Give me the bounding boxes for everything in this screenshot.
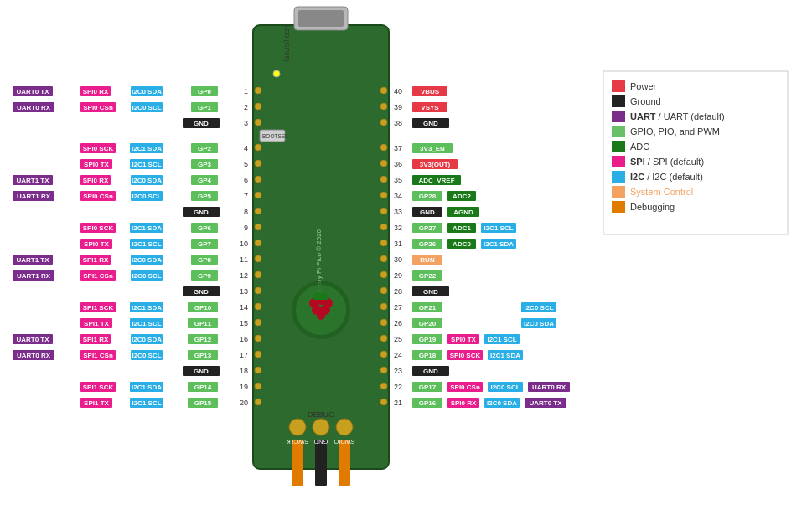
svg-text:5: 5 [244,160,248,168]
svg-text:GP15: GP15 [194,399,212,407]
svg-text:Debugging: Debugging [630,202,675,212]
svg-text:26: 26 [394,319,402,327]
svg-point-23 [255,240,261,246]
svg-point-50 [380,351,387,358]
svg-text:GP2: GP2 [198,145,212,152]
svg-text:31: 31 [394,240,402,248]
pinout-diagram: LED (GP25) BOOTSEL Raspberry Pi Pico © 2… [0,0,812,510]
svg-text:SPI1 CSn: SPI1 CSn [83,352,113,359]
svg-text:I2C1 SCL: I2C1 SCL [484,224,513,232]
svg-text:SPI0 TX: SPI0 TX [84,161,109,168]
svg-text:I2C0 SDA: I2C0 SDA [132,256,162,264]
svg-text:2: 2 [244,103,248,111]
pin-row-38: 38 GND [394,118,449,128]
svg-text:UART0 RX: UART0 RX [532,384,566,391]
svg-point-34 [380,87,387,94]
svg-point-20 [255,192,261,198]
svg-text:I2C1 SDA: I2C1 SDA [132,304,162,312]
svg-text:I2C / I2C (default): I2C / I2C (default) [630,172,703,182]
svg-text:4: 4 [244,144,248,152]
svg-text:18: 18 [240,367,248,375]
svg-text:GND: GND [420,209,435,216]
svg-text:GP6: GP6 [198,224,212,232]
svg-text:AGND: AGND [453,209,473,216]
svg-text:I2C0 SDA: I2C0 SDA [132,177,162,184]
svg-point-46 [380,287,387,294]
svg-text:GP7: GP7 [198,240,212,248]
pin-row-29: 29 GP22 [394,270,442,281]
svg-text:3: 3 [244,119,248,127]
svg-point-42 [380,224,387,230]
swclk-label: SWCLK [287,438,309,446]
svg-text:UART1 TX: UART1 TX [16,256,49,264]
svg-text:20: 20 [240,399,248,407]
svg-text:GP22: GP22 [419,272,437,280]
svg-text:GND: GND [423,368,438,375]
svg-point-28 [255,319,261,326]
svg-text:40: 40 [394,87,402,95]
svg-point-26 [255,287,261,294]
svg-rect-303 [612,141,625,152]
svg-text:GP17: GP17 [419,384,437,391]
pin-row-24: 24 GP18 SPI0 SCK I2C1 SDA [394,350,523,360]
svg-text:System Control: System Control [630,187,693,197]
legend-ground: Ground [630,96,661,106]
pin-row-30: 30 RUN [394,255,442,265]
svg-point-21 [255,208,261,214]
svg-text:I2C1 SCL: I2C1 SCL [132,399,161,407]
svg-rect-58 [315,440,327,486]
svg-text:GP1: GP1 [198,104,212,111]
svg-text:GP10: GP10 [194,304,212,312]
svg-text:RUN: RUN [420,256,435,264]
svg-text:GP5: GP5 [198,193,212,200]
svg-text:SPI1 CSn: SPI1 CSn [83,272,113,280]
svg-text:19: 19 [240,383,248,391]
svg-text:GP26: GP26 [419,240,437,248]
pin-row-28: 28 GND [394,286,449,296]
svg-text:I2C0 SDA: I2C0 SDA [132,336,162,343]
svg-point-4 [273,70,280,77]
svg-text:SPI / SPI (default): SPI / SPI (default) [630,157,704,167]
svg-text:GP3: GP3 [198,161,212,168]
svg-text:ADC1: ADC1 [453,224,471,232]
svg-text:SPI0 SCK: SPI0 SCK [83,145,114,152]
svg-text:I2C1 SDA: I2C1 SDA [484,240,514,248]
pin-row-22: 22 GP17 SPI0 CSn I2C0 SCL UART0 RX [394,382,570,392]
svg-text:I2C0 SCL: I2C0 SCL [524,304,553,312]
svg-text:GP27: GP27 [419,224,437,232]
svg-text:16: 16 [240,335,248,343]
svg-text:15: 15 [240,319,248,327]
svg-text:GND: GND [423,288,438,296]
svg-text:33: 33 [394,208,402,216]
svg-text:21: 21 [394,399,402,407]
main-container: LED (GP25) BOOTSEL Raspberry Pi Pico © 2… [0,0,812,510]
svg-text:UART0 TX: UART0 TX [16,88,49,95]
svg-point-49 [380,335,387,342]
svg-point-27 [255,303,261,310]
svg-text:SPI0 RX: SPI0 RX [451,399,477,407]
svg-text:3V3(OUT): 3V3(OUT) [420,161,451,168]
svg-text:28: 28 [394,287,402,296]
svg-text:GND: GND [194,368,209,375]
svg-text:23: 23 [394,367,402,375]
svg-point-32 [255,383,261,389]
svg-point-40 [380,192,387,198]
svg-point-17 [255,144,261,151]
svg-text:8: 8 [244,208,248,216]
svg-rect-311 [612,201,625,213]
svg-text:GP9: GP9 [198,272,212,280]
svg-text:I2C1 SCL: I2C1 SCL [132,240,161,248]
svg-point-52 [380,383,387,389]
svg-text:7: 7 [244,192,248,200]
svg-text:I2C1 SCL: I2C1 SCL [487,336,516,343]
svg-rect-307 [612,171,625,183]
svg-text:I2C0 SCL: I2C0 SCL [132,352,161,359]
svg-text:32: 32 [394,224,402,232]
svg-text:SPI0 SCK: SPI0 SCK [450,352,481,359]
svg-text:SPI1 TX: SPI1 TX [84,399,109,407]
svg-point-38 [380,160,387,167]
svg-text:I2C0 SCL: I2C0 SCL [490,384,520,391]
svg-text:I2C1 SDA: I2C1 SDA [132,224,162,232]
svg-text:3V3_EN: 3V3_EN [420,145,445,152]
svg-rect-3 [298,10,344,27]
